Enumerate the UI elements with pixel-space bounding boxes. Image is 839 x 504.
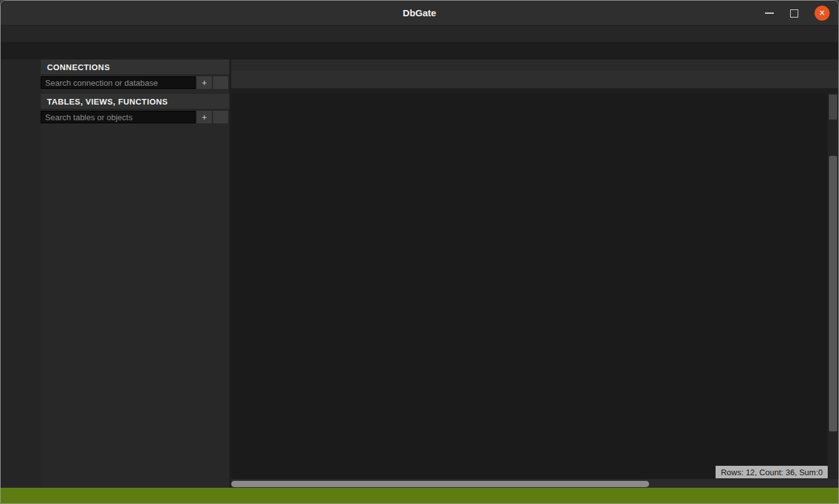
- tab-group-row: [231, 59, 838, 71]
- icon-rail: [1, 59, 41, 488]
- minimize-icon[interactable]: [765, 13, 774, 14]
- connections-search-input[interactable]: Search connection or database: [41, 76, 195, 89]
- vertical-scrollbar-thumb[interactable]: [829, 156, 837, 431]
- vertical-scrollbar: [828, 93, 838, 479]
- tables-refresh-button[interactable]: [213, 111, 228, 123]
- selection-summary: Rows: 12, Count: 36, Sum:0: [716, 466, 828, 478]
- tables-search-row: Search tables or objects +: [41, 110, 229, 125]
- status-bar: [1, 488, 838, 503]
- connections-search-row: Search connection or database +: [41, 75, 229, 90]
- tables-search-input[interactable]: Search tables or objects: [41, 111, 195, 123]
- window-title: DbGate: [403, 8, 436, 18]
- scrollbar-corner: [829, 95, 837, 120]
- maximize-icon[interactable]: [790, 9, 798, 18]
- app-window: DbGate × CONNECTIONS Search connection o…: [0, 0, 839, 504]
- connections-panel-title: CONNECTIONS: [41, 59, 229, 75]
- horizontal-scrollbar-thumb[interactable]: [231, 481, 649, 487]
- add-connection-plus-button[interactable]: +: [197, 76, 212, 89]
- title-bar: DbGate ×: [1, 1, 838, 26]
- close-icon[interactable]: ×: [815, 6, 830, 21]
- toolbar: [1, 42, 838, 59]
- side-panel: CONNECTIONS Search connection or databas…: [41, 59, 229, 488]
- tables-panel-title: TABLES, VIEWS, FUNCTIONS: [41, 94, 229, 110]
- data-grid: Rows: 12, Count: 36, Sum:0: [231, 93, 838, 488]
- tables-plus-button[interactable]: +: [197, 111, 212, 123]
- menu-bar: [1, 26, 838, 42]
- window-controls: ×: [765, 1, 830, 26]
- tab-row: [231, 71, 838, 88]
- connections-refresh-button[interactable]: [213, 76, 228, 89]
- content-area: Rows: 12, Count: 36, Sum:0: [229, 59, 838, 488]
